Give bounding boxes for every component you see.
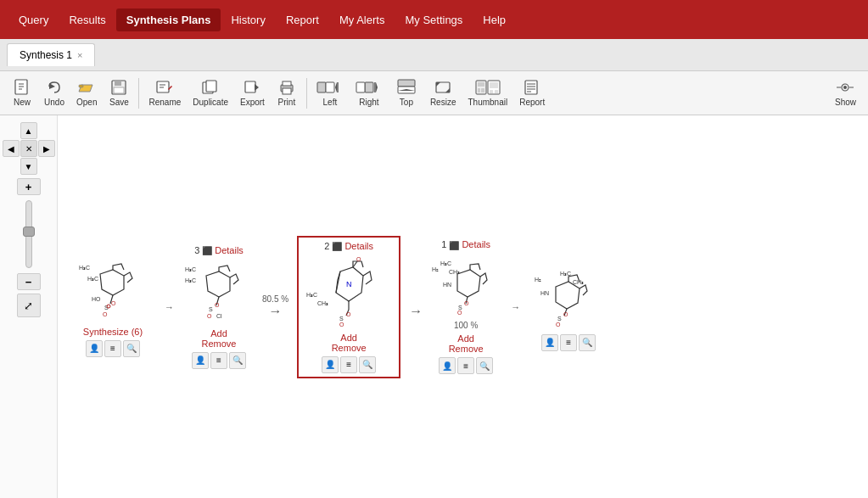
percent-1: 100 %	[454, 321, 478, 330]
thumbnail-button[interactable]: Thumbnail	[462, 76, 512, 110]
add-remove-2[interactable]: Add Remove	[332, 333, 367, 353]
top-navigation: Query Results Synthesis Plans History Re…	[0, 0, 868, 39]
close-tab-button[interactable]: ×	[77, 50, 82, 60]
nav-help[interactable]: Help	[473, 8, 516, 31]
end-product-molecule: H₂ H₃C CH₃ HN S O O 👤 ≡	[530, 263, 607, 351]
mol-search-icon-3[interactable]: 🔍	[229, 352, 246, 369]
synthesize-label[interactable]: Synthesize (6)	[83, 327, 143, 337]
svg-text:O: O	[103, 311, 108, 317]
show-label: Show	[835, 98, 856, 107]
export-button[interactable]: Export	[235, 76, 270, 110]
save-button[interactable]: Save	[104, 76, 134, 110]
details-button-3[interactable]: Details	[215, 245, 244, 255]
svg-text:H₃C: H₃C	[560, 271, 571, 277]
zoom-slider-thumb[interactable]	[23, 227, 35, 237]
mol-list-icon-1[interactable]: ≡	[457, 357, 474, 374]
mol-search-icon-0[interactable]: 🔍	[123, 340, 140, 357]
toolbar-separator-2	[306, 78, 307, 109]
starting-material-molecule: H₃C H₃C HO S O O Synthesize (6)	[75, 257, 151, 357]
zoom-in-button[interactable]: +	[17, 178, 41, 195]
synthesis-canvas: H₃C H₃C HO S O O Synthesize (6)	[58, 115, 868, 498]
mol-list-icon-0[interactable]: ≡	[104, 340, 121, 357]
nav-query[interactable]: Query	[8, 8, 59, 31]
report-button[interactable]: Report	[514, 76, 550, 110]
svg-text:N: N	[346, 280, 352, 288]
arrow-symbol-2: →	[409, 304, 423, 319]
new-button[interactable]: New	[7, 76, 37, 110]
pan-left-button[interactable]: ◀	[3, 140, 20, 157]
undo-button[interactable]: Undo	[39, 76, 70, 110]
synthesis-pathway: H₃C H₃C HO S O O Synthesize (6)	[75, 236, 607, 378]
svg-text:O: O	[215, 302, 220, 308]
duplicate-label: Duplicate	[193, 98, 228, 107]
undo-label: Undo	[44, 98, 64, 107]
svg-text:H₃C: H₃C	[79, 265, 90, 271]
nav-history[interactable]: History	[221, 8, 275, 31]
svg-text:H₃C: H₃C	[306, 292, 317, 298]
duplicate-button[interactable]: Duplicate	[188, 76, 233, 110]
tab-bar: Synthesis 1 ×	[0, 39, 868, 71]
svg-text:O: O	[556, 322, 561, 327]
mol-icons-2: 👤 ≡ 🔍	[322, 356, 376, 373]
fit-to-window-button[interactable]: ⤢	[17, 294, 41, 317]
rename-icon	[155, 79, 174, 96]
tab-label: Synthesis 1	[20, 49, 72, 61]
save-label: Save	[109, 98, 129, 107]
mol-person-icon-3[interactable]: 👤	[192, 352, 209, 369]
svg-rect-34	[478, 82, 484, 87]
pan-up-button[interactable]: ▲	[20, 122, 37, 139]
mol-search-icon-2[interactable]: 🔍	[359, 356, 376, 373]
step-1-molecule: 1 ⬛ Details H₂ H₃C CH₃ HN S	[428, 239, 504, 374]
right-button[interactable]: Right	[350, 76, 388, 110]
nav-my-alerts[interactable]: My Alerts	[329, 8, 395, 31]
pan-down-button[interactable]: ▼	[20, 158, 37, 175]
svg-text:O: O	[563, 311, 568, 317]
toolbar: New Undo Open Save Rename	[0, 71, 868, 115]
pan-right-button[interactable]: ▶	[38, 140, 55, 157]
left-icon	[316, 79, 344, 96]
mol-search-icon-1[interactable]: 🔍	[476, 357, 493, 374]
svg-rect-36	[481, 88, 484, 92]
svg-text:O: O	[339, 322, 344, 327]
nav-synthesis-plans[interactable]: Synthesis Plans	[116, 8, 221, 31]
details-button-2[interactable]: Details	[344, 241, 373, 251]
svg-text:S: S	[209, 306, 213, 312]
right-icon	[356, 79, 383, 96]
arrow-1: →	[165, 302, 174, 312]
left-label: Left	[323, 98, 338, 107]
mol-list-icon-end[interactable]: ≡	[560, 334, 577, 351]
mol-icons-1: 👤 ≡ 🔍	[439, 357, 493, 374]
mol-person-icon-0[interactable]: 👤	[86, 340, 103, 357]
svg-text:H₃C: H₃C	[185, 277, 196, 283]
mol-search-icon-end[interactable]: 🔍	[579, 334, 596, 351]
zoom-slider-track[interactable]	[25, 200, 32, 268]
print-button[interactable]: Print	[272, 76, 302, 110]
pan-center-button[interactable]: ✕	[20, 140, 37, 157]
add-remove-3[interactable]: Add Remove	[202, 328, 237, 349]
details-button-1[interactable]: Details	[462, 239, 490, 249]
step-2-svg: H₃C CH₃ N S O O O	[302, 255, 395, 331]
nav-my-settings[interactable]: My Settings	[395, 8, 473, 31]
mol-person-icon-end[interactable]: 👤	[541, 334, 558, 351]
resize-button[interactable]: Resize	[425, 76, 462, 110]
mol-person-icon-2[interactable]: 👤	[322, 356, 339, 373]
top-button[interactable]: Top	[389, 76, 423, 110]
step-1-number: 1	[441, 239, 446, 249]
show-button[interactable]: Show	[830, 76, 861, 110]
mol-list-icon-3[interactable]: ≡	[210, 352, 227, 369]
synthesis-tab-1[interactable]: Synthesis 1 ×	[7, 43, 95, 66]
svg-text:S: S	[339, 316, 344, 322]
mol-person-icon-1[interactable]: 👤	[439, 357, 456, 374]
details-icon-1: ⬛	[449, 241, 459, 250]
open-label: Open	[76, 98, 97, 107]
zoom-out-button[interactable]: −	[17, 273, 41, 290]
rename-button[interactable]: Rename	[143, 76, 186, 110]
resize-icon	[434, 79, 452, 96]
nav-results[interactable]: Results	[59, 8, 115, 31]
open-button[interactable]: Open	[71, 76, 102, 110]
svg-rect-27	[398, 80, 415, 87]
add-remove-1[interactable]: Add Remove	[449, 333, 484, 354]
left-button[interactable]: Left	[311, 76, 349, 110]
nav-report[interactable]: Report	[276, 8, 329, 31]
mol-list-icon-2[interactable]: ≡	[340, 356, 357, 373]
